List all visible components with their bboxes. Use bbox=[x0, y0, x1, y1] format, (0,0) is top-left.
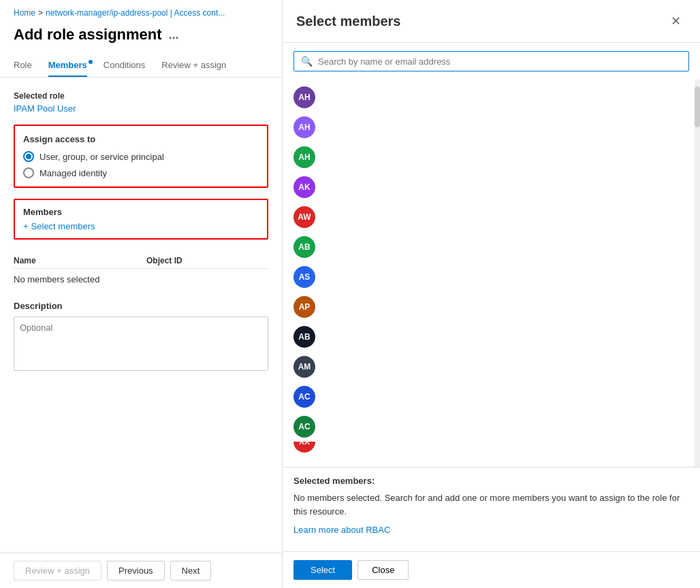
select-members-text: Select members bbox=[31, 221, 95, 231]
tab-conditions[interactable]: Conditions bbox=[104, 54, 145, 77]
list-item[interactable]: AM bbox=[283, 352, 700, 382]
avatar: AH bbox=[293, 146, 315, 168]
list-item[interactable]: AS bbox=[283, 262, 700, 292]
modal-footer: Select Close bbox=[283, 551, 700, 588]
radio-user-group[interactable]: User, group, or service principal bbox=[23, 151, 259, 162]
modal-close-button[interactable]: Close bbox=[357, 560, 409, 580]
list-item[interactable]: AH bbox=[283, 142, 700, 172]
modal-title: Select members bbox=[296, 14, 400, 29]
search-input[interactable] bbox=[318, 56, 682, 67]
tab-members[interactable]: Members bbox=[48, 54, 87, 77]
tab-review[interactable]: Review + assign bbox=[161, 54, 226, 77]
list-item[interactable]: AH bbox=[283, 82, 700, 112]
breadcrumb: Home > network-manager/ip-address-pool |… bbox=[0, 0, 282, 23]
avatar: AW bbox=[293, 206, 315, 228]
breadcrumb-sep1: > bbox=[38, 8, 43, 18]
avatar: AC bbox=[293, 416, 315, 438]
no-selected-msg: No members selected. Search for and add … bbox=[293, 491, 689, 518]
plus-icon: + bbox=[23, 221, 29, 231]
tab-role[interactable]: Role bbox=[14, 54, 32, 77]
avatar: AC bbox=[293, 386, 315, 408]
radio-label-ugs: User, group, or service principal bbox=[39, 152, 164, 162]
members-table-header: Name Object ID bbox=[14, 250, 268, 269]
search-box: 🔍 bbox=[283, 43, 700, 80]
selected-role-label: Selected role bbox=[14, 91, 268, 101]
search-icon: 🔍 bbox=[301, 56, 313, 67]
selected-section: Selected members: No members selected. S… bbox=[283, 467, 700, 551]
members-title: Members bbox=[23, 207, 259, 217]
left-panel: Home > network-manager/ip-address-pool |… bbox=[0, 0, 283, 588]
next-button[interactable]: Next bbox=[170, 561, 212, 581]
avatar: AB bbox=[293, 326, 315, 348]
col-header-id: Object ID bbox=[146, 256, 268, 265]
selected-role-value: IPAM Pool User bbox=[14, 103, 268, 114]
radio-group: User, group, or service principal Manage… bbox=[23, 151, 259, 178]
select-members-modal: Select members ✕ 🔍 AHAHAHAKAWABASAPABAMA… bbox=[283, 0, 700, 588]
assign-access-box: Assign access to User, group, or service… bbox=[14, 125, 268, 188]
list-item[interactable]: XX bbox=[283, 442, 700, 453]
avatar: AK bbox=[293, 176, 315, 198]
members-list: AHAHAHAKAWABASAPABAMACACXX bbox=[283, 80, 700, 467]
previous-button[interactable]: Previous bbox=[107, 561, 165, 581]
list-item[interactable]: AK bbox=[283, 172, 700, 202]
radio-label-mi: Managed identity bbox=[39, 168, 107, 178]
modal-header: Select members ✕ bbox=[283, 0, 700, 43]
selected-members-title: Selected members: bbox=[293, 476, 689, 486]
list-item[interactable]: AW bbox=[283, 202, 700, 232]
breadcrumb-home[interactable]: Home bbox=[14, 8, 35, 18]
scrollbar-thumb[interactable] bbox=[695, 86, 700, 127]
radio-circle-mi bbox=[23, 167, 34, 178]
scrollbar-track bbox=[695, 80, 700, 467]
description-label: Description bbox=[14, 301, 268, 311]
breadcrumb-resource[interactable]: network-manager/ip-address-pool | Access… bbox=[46, 8, 225, 18]
page-title-section: Add role assignment ... bbox=[0, 23, 282, 54]
avatar: XX bbox=[293, 442, 315, 453]
list-item[interactable]: AC bbox=[283, 412, 700, 442]
modal-select-button[interactable]: Select bbox=[293, 560, 352, 580]
members-box: Members + Select members bbox=[14, 199, 268, 240]
radio-managed-identity[interactable]: Managed identity bbox=[23, 167, 259, 178]
right-panel: Select members ✕ 🔍 AHAHAHAKAWABASAPABAMA… bbox=[283, 0, 700, 588]
list-item[interactable]: AB bbox=[283, 322, 700, 352]
avatar: AB bbox=[293, 236, 315, 258]
bottom-bar: Review + assign Previous Next bbox=[0, 553, 282, 588]
radio-circle-ugs bbox=[23, 151, 34, 162]
main-content: Selected role IPAM Pool User Assign acce… bbox=[0, 78, 282, 588]
page-title: Add role assignment bbox=[14, 26, 162, 44]
learn-rbac-link[interactable]: Learn more about RBAC bbox=[293, 525, 689, 535]
search-input-wrap: 🔍 bbox=[293, 51, 689, 71]
list-item[interactable]: AH bbox=[283, 112, 700, 142]
avatar: AH bbox=[293, 116, 315, 138]
avatar: AH bbox=[293, 86, 315, 108]
avatar: AM bbox=[293, 356, 315, 378]
assign-access-title: Assign access to bbox=[23, 134, 259, 144]
review-assign-button[interactable]: Review + assign bbox=[14, 561, 101, 581]
tab-bar: Role Members Conditions Review + assign bbox=[0, 54, 282, 78]
col-header-name: Name bbox=[14, 256, 136, 265]
list-item[interactable]: AC bbox=[283, 382, 700, 412]
list-item[interactable]: AP bbox=[283, 292, 700, 322]
page-ellipsis[interactable]: ... bbox=[169, 28, 179, 42]
select-members-link[interactable]: + Select members bbox=[23, 221, 259, 231]
avatar: AP bbox=[293, 296, 315, 318]
avatar: AS bbox=[293, 266, 315, 288]
description-input[interactable] bbox=[14, 316, 268, 371]
no-members-text: No members selected bbox=[14, 269, 268, 290]
list-item[interactable]: AB bbox=[283, 232, 700, 262]
modal-close-icon[interactable]: ✕ bbox=[665, 11, 686, 31]
members-dot bbox=[89, 60, 93, 64]
